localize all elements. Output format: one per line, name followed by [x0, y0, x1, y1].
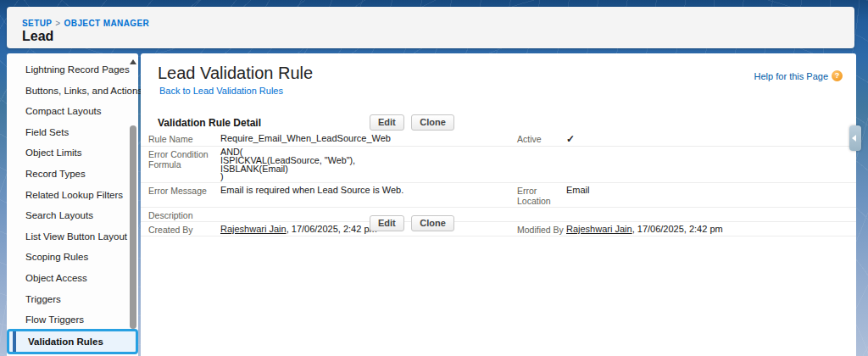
help-for-this-page-link[interactable]: Help for this Page — [754, 71, 828, 81]
error-message-value: Email is required when Lead Source is We… — [220, 185, 403, 196]
table-row: Error Condition Formula AND( ISPICKVAL(L… — [141, 147, 856, 183]
active-checkmark-icon: ✓ — [566, 133, 575, 145]
edit-button-bottom[interactable]: Edit — [370, 215, 404, 231]
created-by-user-link[interactable]: Rajeshwari Jain — [220, 224, 287, 234]
sidebar-item-record-types[interactable]: Record Types — [7, 164, 138, 185]
sidebar-item-list-view-button-layout[interactable]: List View Button Layout — [7, 226, 138, 248]
sidebar-item-validation-rules[interactable]: Validation Rules — [7, 329, 138, 354]
rule-name-value: Require_Email_When_LeadSource_Web — [220, 133, 391, 144]
clone-button-bottom[interactable]: Clone — [411, 215, 454, 231]
table-row: Created By Rajeshwari Jain, 17/06/2025, … — [141, 222, 856, 236]
modified-by-user-link[interactable]: Rajeshwari Jain — [566, 224, 632, 234]
breadcrumb-setup-link[interactable]: SETUP — [22, 19, 52, 28]
top-button-row: Edit Clone — [370, 114, 458, 131]
error-location-label: Error Location — [517, 185, 566, 206]
rule-name-label: Rule Name — [148, 133, 220, 144]
sidebar-item-compact-layouts[interactable]: Compact Layouts — [7, 101, 138, 122]
sidebar-item-related-lookup-filters[interactable]: Related Lookup Filters — [7, 185, 138, 206]
table-row: Error Message Email is required when Lea… — [141, 183, 856, 208]
error-location-value: Email — [566, 185, 590, 206]
sidebar-item-scoping-rules[interactable]: Scoping Rules — [7, 247, 138, 268]
table-row: Description — [141, 208, 856, 222]
back-to-validation-rules-link[interactable]: Back to Lead Validation Rules — [159, 86, 283, 96]
sidebar-list: Lightning Record Pages Buttons, Links, a… — [7, 59, 138, 331]
sidebar-item-search-layouts[interactable]: Search Layouts — [7, 205, 138, 226]
sidebar-item-object-access[interactable]: Object Access — [7, 268, 138, 289]
description-label: Description — [148, 209, 220, 220]
active-label: Active — [517, 133, 566, 145]
modified-by-label: Modified By — [517, 224, 566, 235]
detail-table: Rule Name Require_Email_When_LeadSource_… — [141, 131, 856, 236]
sidebar-item-label: Validation Rules — [28, 337, 103, 347]
sidebar-item-buttons-links-actions[interactable]: Buttons, Links, and Actions — [7, 81, 138, 102]
created-by-label: Created By — [148, 224, 220, 235]
sidebar-item-field-sets[interactable]: Field Sets — [7, 122, 138, 143]
object-title: Lead — [22, 29, 53, 44]
breadcrumb-separator: > — [55, 19, 60, 28]
help-question-icon[interactable]: ? — [832, 70, 843, 81]
selected-item-accent-bar — [13, 331, 16, 352]
clone-button[interactable]: Clone — [411, 114, 454, 131]
sidebar-item-triggers[interactable]: Triggers — [7, 289, 138, 310]
modified-by-date: , 17/06/2025, 2:42 pm — [632, 224, 723, 234]
collapse-panel-handle[interactable] — [849, 125, 861, 151]
sidebar-item-object-limits[interactable]: Object Limits — [7, 142, 138, 164]
salesforce-setup-page: SETUP>OBJECT MANAGER Lead Lightning Reco… — [0, 0, 868, 356]
breadcrumb-object-manager-link[interactable]: OBJECT MANAGER — [64, 19, 150, 28]
created-by-date: , 17/06/2025, 2:42 pm — [287, 224, 377, 234]
formula-line: ) — [220, 173, 355, 181]
validation-rule-detail-page: Help for this Page ? Lead Validation Rul… — [141, 53, 856, 356]
breadcrumb: SETUP>OBJECT MANAGER — [22, 19, 149, 28]
edit-button[interactable]: Edit — [370, 114, 404, 131]
bottom-button-row: Edit Clone — [370, 214, 458, 231]
scroll-up-arrow-icon[interactable] — [130, 59, 136, 64]
error-condition-formula-label: Error Condition Formula — [148, 148, 220, 181]
setup-header: SETUP>OBJECT MANAGER Lead — [7, 7, 854, 48]
object-manager-sidebar: Lightning Record Pages Buttons, Links, a… — [7, 53, 138, 356]
error-message-label: Error Message — [148, 185, 220, 196]
sidebar-item-flow-triggers[interactable]: Flow Triggers — [7, 309, 138, 331]
sidebar-scrollbar[interactable] — [129, 55, 137, 354]
table-row: Rule Name Require_Email_When_LeadSource_… — [141, 131, 856, 147]
formula-line: ISBLANK(Email) — [220, 165, 355, 174]
scrollbar-thumb[interactable] — [130, 125, 136, 329]
page-title: Lead Validation Rule — [158, 64, 313, 83]
sidebar-item-lightning-record-pages[interactable]: Lightning Record Pages — [7, 59, 138, 81]
help-row: Help for this Page ? — [754, 70, 843, 81]
section-title: Validation Rule Detail — [158, 117, 261, 129]
